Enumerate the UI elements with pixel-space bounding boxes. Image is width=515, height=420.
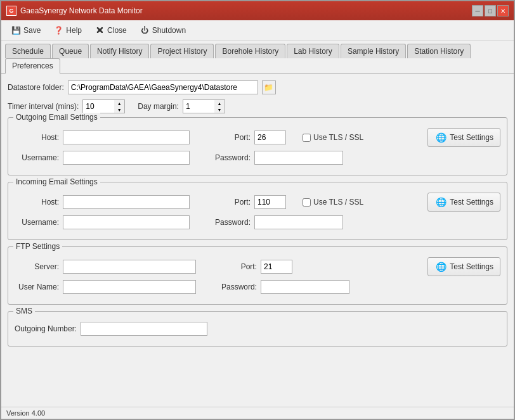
title-bar: G GaeaSynergy Network Data Monitor ─ □ ✕ [1, 1, 514, 20]
ftp-port-input[interactable] [261, 260, 292, 274]
minimize-button[interactable]: ─ [472, 5, 483, 16]
outgoing-tls-checkbox[interactable] [303, 134, 311, 142]
outgoing-host-label: Host: [15, 133, 59, 142]
close-button[interactable]: 🗙 Close [89, 23, 133, 38]
restore-button[interactable]: □ [485, 5, 496, 16]
incoming-port-input[interactable] [254, 195, 286, 209]
incoming-username-label: Username: [15, 218, 59, 227]
content-area: Datastore folder: 📁 Timer interval (mins… [1, 74, 514, 407]
help-icon: ❓ [53, 25, 63, 35]
tab-schedule[interactable]: Schedule [5, 44, 51, 58]
outgoing-test-button[interactable]: 🌐 Test Settings [427, 128, 500, 147]
ftp-password-input[interactable] [261, 280, 349, 294]
sms-outgoing-input[interactable] [81, 322, 207, 336]
toolbar: 💾 Save ❓ Help 🗙 Close ⏻ Shutdown [1, 20, 514, 41]
incoming-password-input[interactable] [254, 215, 343, 229]
incoming-username-input[interactable] [63, 215, 190, 229]
outgoing-tls-wrapper: Use TLS / SSL [303, 133, 363, 142]
incoming-host-label: Host: [15, 198, 59, 207]
ftp-title: FTP Settings [13, 242, 62, 251]
timer-decrement-button[interactable]: ▼ [114, 106, 124, 113]
datastore-label: Datastore folder: [8, 83, 64, 92]
window-title: GaeaSynergy Network Data Monitor [20, 6, 143, 15]
shutdown-label: Shutdown [152, 26, 186, 35]
day-margin-input[interactable] [183, 99, 214, 113]
ftp-test-icon: 🌐 [434, 260, 447, 273]
ftp-server-row: Server: Port: 🌐 Test Settings [15, 257, 500, 276]
ftp-test-button[interactable]: 🌐 Test Settings [427, 257, 500, 276]
shutdown-icon: ⏻ [140, 25, 150, 35]
tab-lab-history[interactable]: Lab History [287, 44, 339, 58]
tab-borehole-history[interactable]: Borehole History [215, 44, 285, 58]
outgoing-host-input[interactable] [63, 130, 190, 144]
day-margin-group: Day margin: ▲ ▼ [138, 99, 225, 113]
save-icon: 💾 [11, 25, 21, 35]
day-margin-spinner-btns: ▲ ▼ [214, 99, 225, 113]
datastore-input[interactable] [68, 80, 258, 94]
save-button[interactable]: 💾 Save [5, 23, 46, 38]
outgoing-tls-label: Use TLS / SSL [313, 133, 363, 142]
incoming-host-input[interactable] [63, 195, 190, 209]
sms-section: SMS Outgoing Number: [8, 311, 507, 347]
tabs-bar: Schedule Queue Notify History Project Hi… [1, 41, 514, 74]
incoming-password-label: Password: [206, 218, 251, 227]
incoming-credentials-row: Username: Password: [15, 215, 500, 229]
day-margin-increment-button[interactable]: ▲ [214, 100, 225, 106]
timer-spinner-btns: ▲ ▼ [114, 99, 125, 113]
app-icon: G [6, 6, 16, 16]
tab-sample-history[interactable]: Sample History [341, 44, 406, 58]
outgoing-port-input[interactable] [254, 130, 286, 144]
incoming-test-icon: 🌐 [434, 196, 447, 208]
timer-group: Timer interval (mins): ▲ ▼ [8, 99, 125, 113]
outgoing-credentials-row: Username: Password: [15, 151, 500, 165]
tab-project-history[interactable]: Project History [150, 44, 214, 58]
ftp-password-label: Password: [212, 283, 257, 291]
ftp-username-label: User Name: [15, 283, 59, 291]
ftp-credentials-row: User Name: Password: [15, 280, 500, 294]
window-close-button[interactable]: ✕ [497, 5, 509, 16]
save-label: Save [23, 26, 41, 35]
incoming-tls-label: Use TLS / SSL [313, 198, 363, 207]
outgoing-username-input[interactable] [63, 151, 190, 165]
outgoing-password-input[interactable] [254, 151, 343, 165]
sms-title: SMS [13, 307, 35, 315]
tab-station-history[interactable]: Station History [407, 44, 471, 58]
ftp-username-input[interactable] [63, 280, 196, 294]
incoming-port-label: Port: [206, 198, 251, 207]
close-label: Close [107, 26, 127, 35]
outgoing-password-label: Password: [206, 153, 251, 162]
ftp-server-label: Server: [15, 262, 59, 271]
help-label: Help [66, 26, 82, 35]
ftp-server-input[interactable] [63, 260, 196, 274]
sms-outgoing-row: Outgoing Number: [15, 322, 500, 336]
incoming-test-button[interactable]: 🌐 Test Settings [427, 193, 500, 212]
ftp-port-label: Port: [212, 262, 257, 271]
datastore-row: Datastore folder: 📁 [8, 80, 507, 94]
folder-browse-button[interactable]: 📁 [262, 80, 276, 94]
timer-increment-button[interactable]: ▲ [114, 100, 124, 106]
tab-preferences[interactable]: Preferences [5, 58, 60, 74]
tab-queue[interactable]: Queue [52, 44, 89, 58]
version-text: Version 4.00 [6, 409, 45, 417]
day-margin-label: Day margin: [138, 102, 179, 111]
main-window: G GaeaSynergy Network Data Monitor ─ □ ✕… [0, 0, 515, 420]
outgoing-test-label: Test Settings [450, 133, 493, 142]
incoming-tls-checkbox[interactable] [303, 198, 311, 207]
incoming-email-title: Incoming Email Settings [13, 177, 100, 186]
outgoing-email-section: Outgoing Email Settings Host: Port: Use … [8, 117, 507, 175]
tab-notify-history[interactable]: Notify History [90, 44, 149, 58]
shutdown-button[interactable]: ⏻ Shutdown [134, 23, 192, 38]
outgoing-email-title: Outgoing Email Settings [13, 113, 100, 122]
sms-content: Outgoing Number: [15, 322, 500, 336]
incoming-tls-wrapper: Use TLS / SSL [303, 198, 363, 207]
help-button[interactable]: ❓ Help [48, 23, 88, 38]
timer-input[interactable] [82, 99, 114, 113]
ftp-test-label: Test Settings [450, 262, 493, 271]
incoming-host-row: Host: Port: Use TLS / SSL 🌐 Test Setting… [15, 193, 500, 212]
folder-icon: 📁 [264, 83, 273, 92]
sms-outgoing-label: Outgoing Number: [15, 324, 77, 333]
outgoing-port-label: Port: [206, 133, 251, 142]
close-icon: 🗙 [95, 25, 105, 35]
incoming-email-content: Host: Port: Use TLS / SSL 🌐 Test Setting… [15, 193, 500, 229]
day-margin-decrement-button[interactable]: ▼ [214, 106, 225, 113]
